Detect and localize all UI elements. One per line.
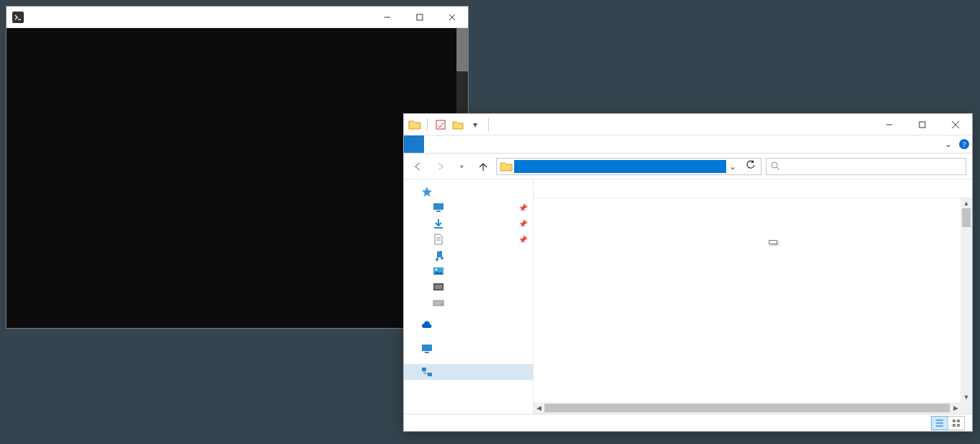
terminal-output[interactable]	[6, 28, 468, 328]
ribbon-expand-icon[interactable]: ⌄	[940, 136, 956, 153]
forward-button[interactable]	[431, 158, 449, 175]
address-input[interactable]	[514, 160, 726, 173]
horizontal-scrollbar[interactable]: ◀ ▶	[534, 402, 961, 414]
nav-documents[interactable]: 📌	[404, 231, 533, 247]
folder-icon	[408, 118, 421, 131]
close-button[interactable]	[436, 6, 468, 27]
scroll-thumb[interactable]	[544, 404, 950, 412]
download-icon	[433, 218, 444, 229]
svg-point-24	[441, 303, 443, 305]
close-button[interactable]	[939, 114, 972, 135]
help-icon[interactable]: ?	[956, 136, 972, 153]
videos-icon	[433, 281, 444, 293]
qat-newfolder-icon[interactable]	[451, 117, 465, 133]
nav-onedrive[interactable]	[404, 318, 533, 334]
scroll-left-arrow[interactable]: ◀	[534, 404, 544, 412]
qat-dropdown-icon[interactable]: ▾	[468, 117, 482, 133]
minimize-button[interactable]	[873, 114, 906, 135]
up-button[interactable]	[474, 158, 492, 175]
desktop-icon	[433, 202, 444, 213]
svg-rect-15	[436, 210, 441, 212]
address-bar[interactable]: ⌄	[496, 158, 762, 175]
search-box[interactable]	[766, 158, 966, 175]
maximize-button[interactable]	[403, 6, 436, 27]
svg-rect-22	[435, 285, 442, 289]
ribbon-tab-share[interactable]	[444, 136, 464, 153]
separator	[488, 118, 489, 131]
navigation-pane: 📌 📌 📌	[404, 179, 534, 414]
scroll-right-arrow[interactable]: ▶	[950, 404, 961, 412]
star-icon	[421, 186, 433, 197]
nav-network[interactable]	[404, 364, 533, 380]
address-bar-row: ▾ ⌄	[404, 154, 972, 179]
pin-icon: 📌	[518, 236, 527, 244]
svg-rect-35	[957, 424, 960, 427]
view-large-button[interactable]	[948, 416, 965, 430]
ribbon-tab-home[interactable]	[424, 136, 444, 153]
vertical-scrollbar[interactable]: ▲ ▼	[961, 198, 972, 414]
nav-this-pc[interactable]	[404, 341, 533, 357]
svg-rect-2	[417, 14, 423, 20]
nav-music[interactable]	[404, 247, 533, 263]
recent-dropdown-icon[interactable]: ▾	[453, 158, 470, 175]
column-headers[interactable]	[534, 179, 972, 198]
cloud-icon	[421, 320, 433, 332]
file-tooltip	[769, 240, 777, 244]
explorer-window: ▾ ⌄ ? ▾ ⌄	[403, 113, 973, 432]
view-details-button[interactable]	[931, 416, 948, 430]
ribbon-tab-file[interactable]	[404, 136, 424, 153]
nav-desktop[interactable]: 📌	[404, 200, 533, 216]
nav-quick-access[interactable]	[404, 184, 533, 200]
status-bar	[404, 414, 972, 431]
folder-icon	[500, 160, 513, 173]
terminal-scroll-thumb[interactable]	[456, 28, 468, 71]
music-icon	[433, 249, 444, 261]
explorer-titlebar[interactable]: ▾	[404, 114, 972, 136]
svg-line-13	[777, 167, 780, 170]
refresh-button[interactable]	[742, 160, 759, 172]
drive-icon	[433, 297, 444, 308]
maximize-button[interactable]	[906, 114, 939, 135]
pin-icon: 📌	[518, 220, 527, 228]
computer-icon	[421, 343, 433, 355]
svg-rect-16	[434, 227, 443, 228]
file-list[interactable]: ▲ ▼ ◀ ▶	[534, 198, 972, 414]
svg-rect-27	[422, 368, 426, 371]
svg-rect-32	[953, 419, 955, 422]
svg-rect-25	[422, 345, 432, 351]
minimize-button[interactable]	[371, 6, 403, 27]
nav-pictures[interactable]	[404, 263, 533, 279]
svg-rect-7	[919, 122, 925, 128]
svg-point-12	[772, 162, 777, 168]
scroll-down-arrow[interactable]: ▼	[961, 392, 972, 402]
pictures-icon	[433, 265, 444, 277]
search-icon	[771, 161, 781, 172]
terminal-titlebar[interactable]	[6, 6, 468, 28]
nav-volume[interactable]	[404, 295, 533, 311]
file-list-pane: ▲ ▼ ◀ ▶	[534, 179, 972, 414]
separator	[427, 118, 428, 131]
svg-point-20	[436, 269, 438, 271]
svg-rect-14	[433, 203, 443, 210]
address-dropdown-icon[interactable]: ⌄	[726, 161, 739, 172]
terminal-window	[6, 6, 469, 329]
svg-rect-5	[436, 120, 445, 129]
ribbon-tab-view[interactable]	[464, 136, 485, 153]
svg-rect-26	[425, 352, 429, 353]
nav-videos[interactable]	[404, 279, 533, 295]
scroll-up-arrow[interactable]: ▲	[961, 198, 972, 208]
search-input[interactable]	[781, 161, 961, 172]
network-icon	[421, 366, 433, 378]
pin-icon: 📌	[518, 204, 527, 212]
svg-text:?: ?	[963, 140, 966, 148]
nav-downloads[interactable]: 📌	[404, 216, 533, 231]
document-icon	[433, 234, 444, 245]
svg-rect-34	[953, 424, 955, 427]
ribbon: ⌄ ?	[404, 136, 972, 154]
svg-rect-33	[957, 419, 960, 422]
scroll-thumb[interactable]	[962, 208, 971, 227]
terminal-app-icon	[12, 12, 24, 23]
qat-properties-icon[interactable]	[433, 117, 448, 133]
back-button[interactable]	[410, 158, 427, 175]
